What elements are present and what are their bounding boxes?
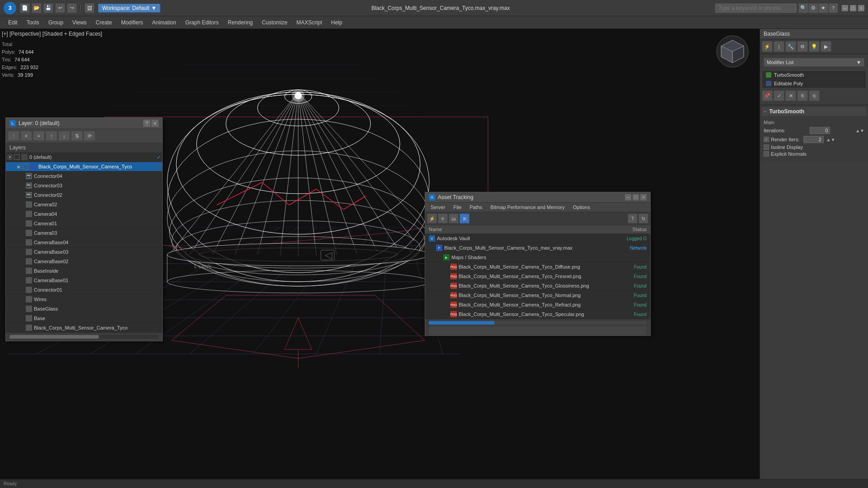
menu-create[interactable]: Create	[91, 19, 117, 27]
asset-toolbar-3[interactable]: 🗂	[449, 214, 459, 223]
asset-menu-paths[interactable]: Paths	[466, 204, 486, 211]
layer-item-13[interactable]: CameraBase01	[6, 276, 162, 285]
render-iters-checkbox[interactable]: ✓	[764, 137, 769, 142]
explicit-normals-checkbox[interactable]	[764, 151, 769, 157]
layer-close-button[interactable]: ×	[151, 120, 159, 127]
menu-group[interactable]: Group	[44, 19, 68, 27]
asset-row-maps[interactable]: ▶ Maps / Shaders	[425, 253, 650, 262]
asset-toolbar-5[interactable]: ?	[628, 214, 638, 223]
menu-modifiers[interactable]: Modifiers	[117, 19, 148, 27]
menu-graph-editors[interactable]: Graph Editors	[181, 19, 223, 27]
remove-modifier-icon[interactable]: ✕	[785, 90, 796, 101]
layer-item-3[interactable]: 📷 Connector03	[6, 181, 162, 191]
menu-animation[interactable]: Animation	[148, 19, 181, 27]
help-icon[interactable]: ?	[828, 3, 838, 13]
workspace-button[interactable]: Workspace: Default ▼	[98, 4, 160, 13]
modifier-turbosmooth[interactable]: TurboSmooth	[762, 71, 866, 79]
layer-select-all-btn[interactable]: ⋮	[8, 131, 19, 141]
menu-views[interactable]: Views	[68, 19, 91, 27]
layer-item-default[interactable]: ▼ 0 (default) ✓	[6, 153, 162, 162]
asset-row-file[interactable]: F Black_Corps_Multi_Sensor_Camera_Tyco_m…	[425, 243, 650, 253]
minimize-button[interactable]: ─	[842, 5, 848, 11]
star-icon[interactable]: ★	[818, 3, 828, 13]
turbosmooth-header[interactable]: − TurboSmooth	[762, 107, 866, 116]
asset-toolbar-6[interactable]: ↻	[638, 214, 648, 223]
menu-customize[interactable]: Customize	[257, 19, 292, 27]
isoline-checkbox[interactable]	[764, 144, 769, 150]
layer-item-4[interactable]: 📷 Connector02	[6, 191, 162, 200]
panel-icon-6[interactable]: ▶	[821, 41, 831, 52]
asset-maximize-button[interactable]: □	[633, 194, 639, 200]
asset-row-normal[interactable]: PNG Black_Corps_Multi_Sensor_Camera_Tyco…	[425, 291, 650, 300]
layer-item-base[interactable]: Base	[6, 314, 162, 323]
menu-help[interactable]: Help	[327, 19, 347, 27]
redo-icon[interactable]: ↪	[67, 3, 77, 13]
modifier-editable-poly[interactable]: Editable Poly	[762, 79, 866, 88]
menu-edit[interactable]: Edit	[4, 19, 22, 27]
pin-icon[interactable]: 📌	[762, 90, 773, 101]
layer-move-up-btn[interactable]: ↑	[46, 131, 57, 141]
layer-item-14[interactable]: Connector01	[6, 285, 162, 295]
layer-item-blackcorps2[interactable]: Black_Corps_Multi_Sensor_Camera_Tyco	[6, 323, 162, 333]
menu-maxscript[interactable]: MAXScript	[292, 19, 327, 27]
layer-move-down-btn[interactable]: ↓	[58, 131, 70, 141]
checkmark-icon[interactable]: ✓	[774, 90, 784, 101]
undo-icon[interactable]: ↩	[55, 3, 65, 13]
layer-item-12[interactable]: BaseInside	[6, 266, 162, 276]
layer-item-5[interactable]: Camera02	[6, 200, 162, 209]
layer-help-button[interactable]: ?	[143, 120, 150, 127]
iterations-input[interactable]	[810, 127, 830, 134]
paste-icon[interactable]: ⎗	[809, 90, 820, 101]
panel-icon-2[interactable]: |	[774, 41, 784, 52]
menu-tools[interactable]: Tools	[22, 19, 44, 27]
settings-icon[interactable]: ⚙	[808, 3, 818, 13]
menu-rendering[interactable]: Rendering	[223, 19, 257, 27]
layer-refresh-btn[interactable]: ⟳	[84, 131, 95, 141]
open-icon[interactable]: 📂	[32, 3, 42, 13]
asset-row-diffuse[interactable]: PNG Black_Corps_Multi_Sensor_Camera_Tyco…	[425, 262, 650, 272]
panel-icon-4[interactable]: ⚙	[797, 41, 808, 52]
asset-toolbar-1[interactable]: ⚡	[427, 214, 437, 223]
asset-toolbar-2[interactable]: ≡	[438, 214, 448, 223]
asset-menu-server[interactable]: Server	[427, 204, 449, 211]
asset-toolbar-4[interactable]: ⊞	[460, 214, 469, 223]
maximize-button[interactable]: □	[850, 5, 856, 11]
layer-list[interactable]: ▼ 0 (default) ✓ ▶ Black_Corps_Multi_Sens…	[6, 153, 162, 333]
asset-row-fresnel[interactable]: PNG Black_Corps_Multi_Sensor_Camera_Tyco…	[425, 272, 650, 281]
layer-item-blackcorps[interactable]: ▶ Black_Corps_Multi_Sensor_Camera_Tyco	[6, 162, 162, 172]
asset-close-button[interactable]: ×	[640, 194, 647, 200]
layer-item-2[interactable]: 📷 Connector04	[6, 172, 162, 181]
search-input[interactable]	[715, 4, 797, 13]
asset-row-glossiness[interactable]: PNG Black_Corps_Multi_Sensor_Camera_Tyco…	[425, 281, 650, 291]
asset-minimize-button[interactable]: ─	[625, 194, 631, 200]
modifier-list-button[interactable]: Modifier List ▼	[764, 58, 864, 67]
asset-menu-file[interactable]: File	[450, 204, 465, 211]
panel-icon-1[interactable]: ⚡	[762, 41, 773, 52]
layer-expand-1[interactable]: ▶	[17, 164, 21, 169]
render-iters-input[interactable]	[803, 136, 824, 143]
asset-row-vault[interactable]: V Autodesk Vault Logged O	[425, 234, 650, 243]
save-icon[interactable]: 💾	[43, 3, 53, 13]
layer-item-11[interactable]: CameraBase02	[6, 257, 162, 266]
asset-menu-options[interactable]: Options	[569, 204, 594, 211]
layer-item-6[interactable]: Camera04	[6, 209, 162, 219]
copy-icon[interactable]: ⎘	[797, 90, 808, 101]
layer-item-7[interactable]: Camera01	[6, 219, 162, 228]
render-setup-icon[interactable]: 🖼	[84, 3, 94, 13]
layer-expand-0[interactable]: ▼	[8, 155, 12, 159]
cube-gizmo[interactable]	[714, 33, 751, 71]
new-file-icon[interactable]: 📄	[20, 3, 30, 13]
layer-item-wires[interactable]: Wires	[6, 295, 162, 304]
asset-menu-bitmap[interactable]: Bitmap Performance and Memory	[487, 204, 568, 211]
layer-item-baseglass[interactable]: BaseGlass	[6, 304, 162, 314]
layer-add-btn[interactable]: +	[33, 131, 45, 141]
layer-item-10[interactable]: CameraBase03	[6, 247, 162, 257]
search-icon[interactable]: 🔍	[798, 3, 808, 13]
layer-check-1[interactable]	[23, 164, 28, 169]
layer-scrollbar[interactable]	[9, 335, 159, 339]
layer-item-9[interactable]: CameraBase04	[6, 238, 162, 247]
layer-delete-btn[interactable]: ×	[20, 131, 32, 141]
asset-row-specular[interactable]: PNG Black_Corps_Multi_Sensor_Camera_Tyco…	[425, 310, 650, 319]
layer-item-8[interactable]: Camera03	[6, 228, 162, 238]
layer-check-0[interactable]	[14, 154, 19, 160]
